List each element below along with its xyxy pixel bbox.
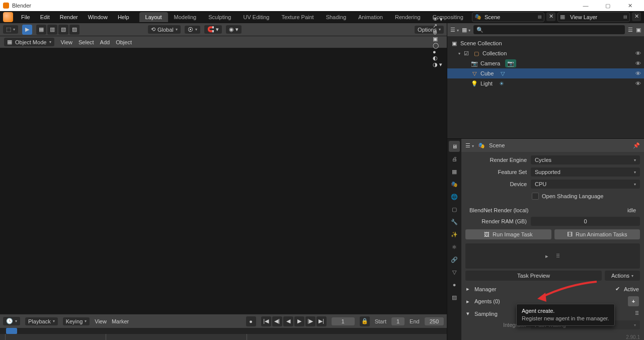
outliner-collection[interactable]: ▾ ☑ ▢ Collection 👁: [447, 48, 644, 58]
window-minimize-button[interactable]: —: [575, 0, 597, 11]
jump-end-icon[interactable]: ▶|: [316, 316, 327, 326]
autokey-icon[interactable]: ●: [246, 316, 256, 326]
timeline-ruler[interactable]: [0, 334, 447, 340]
menu-window[interactable]: Window: [83, 12, 113, 22]
outliner-editor-selector[interactable]: ☰ ▾: [450, 27, 459, 33]
visibility-eye-icon[interactable]: 👁: [635, 70, 641, 76]
start-frame-field[interactable]: 1: [391, 317, 405, 325]
visibility-eye-icon[interactable]: 👁: [635, 60, 641, 66]
viewlayer-name-input[interactable]: [570, 14, 620, 20]
feature-set-dropdown[interactable]: Supported▾: [531, 167, 640, 177]
tab-shading[interactable]: Shading: [320, 12, 352, 22]
range-lock-icon[interactable]: 🔒: [360, 316, 370, 326]
menu-render[interactable]: Render: [55, 12, 83, 22]
vp-menu-object[interactable]: Object: [116, 39, 132, 45]
scene-selector[interactable]: 🎭 ▤: [472, 12, 544, 22]
outliner-item-light[interactable]: 💡 Light ☀ 👁: [447, 78, 644, 89]
snap-dropdown[interactable]: 🧲 ▾: [204, 25, 222, 34]
layer-browse-icon[interactable]: ▤: [623, 15, 627, 19]
add-agent-button[interactable]: +: [628, 296, 639, 306]
scene-delete-button[interactable]: ✕: [546, 12, 555, 21]
list-options-icon[interactable]: ⠿: [635, 310, 639, 317]
ptab-scene[interactable]: 🎭: [449, 179, 460, 190]
tab-uv-editing[interactable]: UV Editing: [237, 12, 275, 22]
shading-render-icon[interactable]: ◑ ▾: [433, 61, 443, 68]
proportional-dropdown[interactable]: ◉ ▾: [226, 25, 242, 34]
ptab-texture[interactable]: ▨: [449, 292, 460, 303]
ptab-material[interactable]: ●: [449, 279, 460, 290]
ptab-particle[interactable]: ✨: [449, 229, 460, 240]
gizmo-toggle-icon[interactable]: ↗: [433, 23, 443, 29]
menu-file[interactable]: File: [16, 12, 35, 22]
timeline-editor-selector[interactable]: 🕓 ▾: [3, 317, 20, 325]
ptab-viewlayer[interactable]: ▦: [449, 166, 460, 177]
tab-layout[interactable]: Layout: [139, 12, 168, 22]
pivot-dropdown[interactable]: ⦿ ▾: [185, 26, 200, 34]
xray-icon[interactable]: ▣: [433, 36, 443, 42]
play-fwd-icon[interactable]: ▶: [294, 316, 304, 326]
viewlayer-delete-button[interactable]: ✕: [632, 12, 641, 21]
outliner-item-camera[interactable]: 📷 Camera 📷 👁: [447, 58, 644, 68]
select-box-icon[interactable]: ▶: [22, 25, 32, 35]
actions-dropdown[interactable]: Actions▾: [605, 271, 640, 281]
disclosure-icon[interactable]: ▾: [458, 51, 460, 56]
overlay-toggle-icon[interactable]: ⊕: [433, 29, 443, 36]
timeline-marker-menu[interactable]: Marker: [112, 318, 129, 324]
tab-sculpting[interactable]: Sculpting: [202, 12, 237, 22]
outliner-item-cube[interactable]: ▽ Cube ▽ 👁: [447, 68, 644, 78]
playhead[interactable]: [6, 328, 17, 334]
ptab-output[interactable]: 🖨: [449, 153, 460, 164]
jump-start-icon[interactable]: |◀: [261, 316, 271, 326]
ptab-constraint[interactable]: 🔗: [449, 254, 460, 265]
keying-menu[interactable]: Keying ▾: [63, 317, 90, 325]
device-dropdown[interactable]: CPU▾: [531, 180, 640, 189]
window-close-button[interactable]: ✕: [619, 0, 641, 11]
ptab-object[interactable]: ▢: [449, 204, 460, 215]
window-maximize-button[interactable]: ▢: [597, 0, 619, 11]
prev-key-icon[interactable]: ◀|: [272, 316, 282, 326]
render-ram-field[interactable]: 0: [531, 217, 640, 226]
viewlayer-selector[interactable]: ▦ ▤: [557, 12, 630, 22]
cursor-tool-icon[interactable]: ▦: [36, 25, 46, 35]
manager-row[interactable]: ▸Manager ✔ Active: [461, 284, 644, 294]
shading-wire-icon[interactable]: ◯: [433, 42, 443, 49]
active-checkbox[interactable]: ✔: [615, 286, 620, 292]
timeline-track[interactable]: [0, 328, 447, 334]
pin-icon[interactable]: 📌: [633, 142, 640, 149]
task-preview-button[interactable]: Task Preview: [465, 271, 602, 281]
render-engine-dropdown[interactable]: Cycles▾: [531, 155, 640, 164]
new-collection-icon[interactable]: ▣: [636, 27, 641, 33]
tab-modeling[interactable]: Modeling: [168, 12, 203, 22]
tab-animation[interactable]: Animation: [352, 12, 389, 22]
menu-help[interactable]: Help: [113, 12, 134, 22]
vp-menu-select[interactable]: Select: [78, 39, 94, 45]
mode-selector[interactable]: ▦ Object Mode ▾: [4, 38, 54, 46]
vp-menu-add[interactable]: Add: [100, 39, 110, 45]
outliner-search[interactable]: 🔍: [473, 25, 625, 34]
filter-icon[interactable]: ☰: [628, 27, 633, 33]
outliner-scene-collection[interactable]: ▣ Scene Collection: [447, 38, 644, 48]
editor-type-selector[interactable]: ⬚ ▾: [3, 25, 18, 34]
osl-checkbox[interactable]: Open Shading Language: [531, 193, 640, 200]
visibility-eye-icon[interactable]: 👁: [635, 80, 641, 87]
next-key-icon[interactable]: |▶: [305, 316, 315, 326]
visibility-eye-icon[interactable]: 👁: [635, 50, 641, 56]
timeline-view-menu[interactable]: View: [95, 318, 107, 324]
tab-texture-paint[interactable]: Texture Paint: [275, 12, 319, 22]
ptab-physics[interactable]: ⚛: [449, 241, 460, 252]
end-frame-field[interactable]: 250: [425, 317, 444, 325]
props-editor-selector[interactable]: ☰ ▾: [465, 142, 474, 149]
ptab-data[interactable]: ▽: [449, 267, 460, 278]
shading-matprev-icon[interactable]: ◐: [433, 55, 443, 61]
visibility-icon[interactable]: 👁 ▾: [433, 16, 443, 23]
extra-icon[interactable]: ▧: [58, 25, 68, 35]
orientation-dropdown[interactable]: ⟲ Global ▾: [148, 25, 181, 34]
extra2-icon[interactable]: ▨: [69, 25, 79, 35]
ptab-world[interactable]: 🌐: [449, 191, 460, 202]
run-image-task-button[interactable]: 🖼 Run Image Task: [465, 229, 551, 239]
ptab-modifier[interactable]: 🔧: [449, 216, 460, 227]
run-animation-tasks-button[interactable]: 🎞 Run Animation Tasks: [554, 229, 640, 239]
shading-solid-icon[interactable]: ●: [433, 49, 443, 55]
current-frame-field[interactable]: 1: [332, 317, 355, 325]
scene-name-input[interactable]: [485, 14, 535, 20]
